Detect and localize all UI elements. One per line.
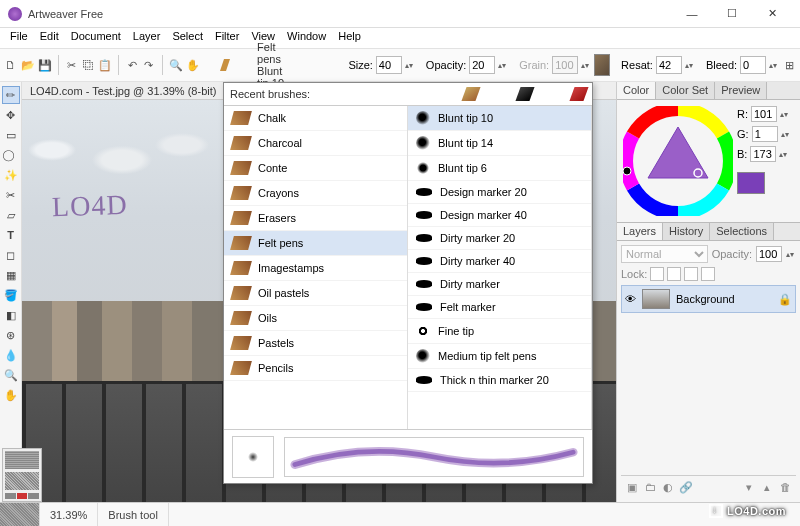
current-color-swatch[interactable] <box>737 172 765 194</box>
tool-shape[interactable]: ◻ <box>2 246 20 264</box>
tab-history[interactable]: History <box>663 223 710 240</box>
tool-fill[interactable]: 🪣 <box>2 286 20 304</box>
brush-category-item[interactable]: Felt pens <box>224 231 407 256</box>
brush-variant-item[interactable]: Medium tip felt pens <box>408 344 591 369</box>
layer-opacity-input[interactable] <box>756 246 782 262</box>
status-zoom[interactable]: 31.39% <box>40 503 98 526</box>
lock-pixels[interactable] <box>667 267 681 281</box>
brush-category-item[interactable]: Oils <box>224 306 407 331</box>
brush-variant-item[interactable]: Dirty marker 20 <box>408 227 591 250</box>
brush-variant-item[interactable]: Design marker 40 <box>408 204 591 227</box>
tool-stamp[interactable]: ⊛ <box>2 326 20 344</box>
brush-variant-item[interactable]: Fine tip <box>408 319 591 344</box>
tab-selections[interactable]: Selections <box>710 223 774 240</box>
layer-link-icon[interactable]: 🔗 <box>678 479 694 495</box>
save-icon[interactable]: 💾 <box>38 55 52 75</box>
tab-layers[interactable]: Layers <box>617 223 663 240</box>
tool-perspective[interactable]: ▱ <box>2 206 20 224</box>
delete-layer-icon[interactable]: 🗑 <box>777 479 793 495</box>
lock-all[interactable] <box>701 267 715 281</box>
brush-categories-list[interactable]: ChalkCharcoalConteCrayonsErasersFelt pen… <box>224 106 408 429</box>
brush-wet-icon[interactable] <box>569 87 588 101</box>
layer-name[interactable]: Background <box>676 293 735 305</box>
status-texture[interactable] <box>0 503 40 526</box>
brush-category-item[interactable]: Conte <box>224 156 407 181</box>
layer-up-icon[interactable]: ▴ <box>759 479 775 495</box>
menu-file[interactable]: File <box>4 28 34 48</box>
visibility-icon[interactable]: 👁 <box>625 293 636 305</box>
menu-filter[interactable]: Filter <box>209 28 245 48</box>
tool-lasso[interactable]: ⃝ <box>2 146 20 164</box>
brush-category-item[interactable]: Pencils <box>224 356 407 381</box>
brush-variant-item[interactable]: Felt marker <box>408 296 591 319</box>
brush-subcategory-icon[interactable] <box>515 87 534 101</box>
menu-help[interactable]: Help <box>332 28 367 48</box>
brush-variant-item[interactable]: Dirty marker 40 <box>408 250 591 273</box>
tool-hand[interactable]: ✋ <box>2 386 20 404</box>
zoom-icon[interactable]: 🔍 <box>169 55 183 75</box>
brush-category-item[interactable]: Oil pastels <box>224 281 407 306</box>
resat-spinner[interactable]: ▴▾ <box>685 61 695 70</box>
new-layer-icon[interactable]: ▣ <box>624 479 640 495</box>
layer-mask-icon[interactable]: ◐ <box>660 479 676 495</box>
opacity-spinner[interactable]: ▴▾ <box>498 61 508 70</box>
brush-category-item[interactable]: Crayons <box>224 181 407 206</box>
brush-category-item[interactable]: Imagestamps <box>224 256 407 281</box>
paste-icon[interactable]: 📋 <box>98 55 112 75</box>
brush-variant-item[interactable]: Blunt tip 14 <box>408 131 591 156</box>
tool-eyedropper[interactable]: 💧 <box>2 346 20 364</box>
brush-category-item[interactable]: Erasers <box>224 206 407 231</box>
bleed-spinner[interactable]: ▴▾ <box>769 61 779 70</box>
menu-edit[interactable]: Edit <box>34 28 65 48</box>
brush-category-item[interactable]: Pastels <box>224 331 407 356</box>
tool-marquee[interactable]: ▭ <box>2 126 20 144</box>
color-wheel[interactable] <box>623 106 733 216</box>
texture-mini-panel[interactable] <box>2 448 42 502</box>
brush-variant-item[interactable]: Dirty marker <box>408 273 591 296</box>
tool-zoom[interactable]: 🔍 <box>2 366 20 384</box>
tab-color-set[interactable]: Color Set <box>656 82 715 99</box>
tool-wand[interactable]: ✨ <box>2 166 20 184</box>
brush-category-icon[interactable] <box>461 87 480 101</box>
new-icon[interactable]: 🗋 <box>4 55 18 75</box>
layer-row[interactable]: 👁 Background 🔒 <box>621 285 796 313</box>
g-input[interactable] <box>752 126 778 142</box>
tool-move[interactable]: ✥ <box>2 106 20 124</box>
tool-text[interactable]: T <box>2 226 20 244</box>
open-icon[interactable]: 📂 <box>21 55 35 75</box>
texture-swatch-b[interactable] <box>5 472 39 490</box>
brush-preset-icon[interactable] <box>218 55 234 75</box>
size-spinner[interactable]: ▴▾ <box>405 61 415 70</box>
resat-input[interactable] <box>656 56 682 74</box>
close-button[interactable]: ✕ <box>752 0 792 28</box>
brush-category-item[interactable]: Charcoal <box>224 131 407 156</box>
minimize-button[interactable]: — <box>672 0 712 28</box>
lock-position[interactable] <box>684 267 698 281</box>
menu-layer[interactable]: Layer <box>127 28 167 48</box>
paper-texture-swatch[interactable] <box>594 54 610 76</box>
brush-variant-item[interactable]: Design marker 20 <box>408 181 591 204</box>
lock-transparency[interactable] <box>650 267 664 281</box>
texture-swatch-a[interactable] <box>5 451 39 469</box>
size-input[interactable] <box>376 56 402 74</box>
new-group-icon[interactable]: 🗀 <box>642 479 658 495</box>
tool-eraser[interactable]: ◧ <box>2 306 20 324</box>
blend-mode-select[interactable]: Normal <box>621 245 708 263</box>
menu-select[interactable]: Select <box>166 28 209 48</box>
tab-preview[interactable]: Preview <box>715 82 767 99</box>
menu-document[interactable]: Document <box>65 28 127 48</box>
tool-gradient[interactable]: ▦ <box>2 266 20 284</box>
opacity-input[interactable] <box>469 56 495 74</box>
brush-variant-item[interactable]: Blunt tip 6 <box>408 156 591 181</box>
hand-icon[interactable]: ✋ <box>186 55 200 75</box>
copy-icon[interactable]: ⿻ <box>82 55 96 75</box>
maximize-button[interactable]: ☐ <box>712 0 752 28</box>
brush-variants-list[interactable]: Blunt tip 10Blunt tip 14Blunt tip 6Desig… <box>408 106 592 429</box>
undo-icon[interactable]: ↶ <box>125 55 139 75</box>
tool-brush[interactable]: ✏ <box>2 86 20 104</box>
bleed-input[interactable] <box>740 56 766 74</box>
layer-down-icon[interactable]: ▾ <box>741 479 757 495</box>
r-input[interactable] <box>751 106 777 122</box>
tool-crop[interactable]: ✂ <box>2 186 20 204</box>
b-input[interactable] <box>750 146 776 162</box>
